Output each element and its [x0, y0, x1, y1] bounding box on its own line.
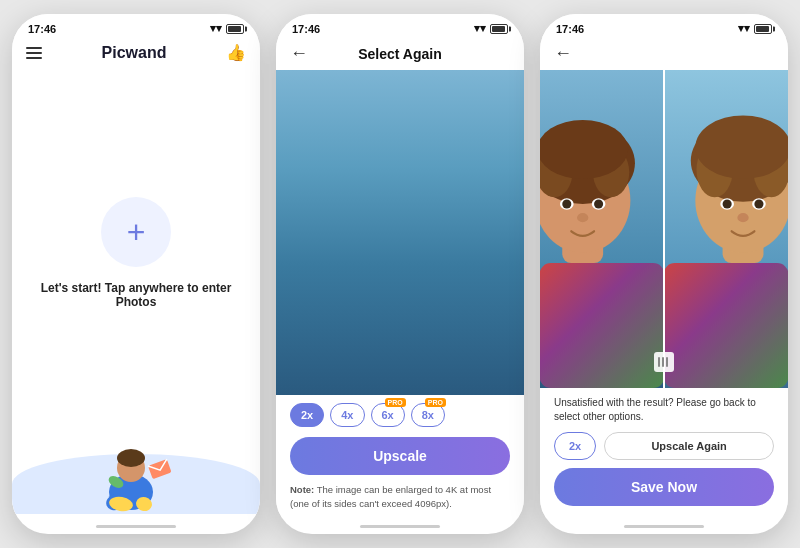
nav-bar-3: ←: [540, 39, 788, 70]
scale-2x[interactable]: 2x: [290, 403, 324, 427]
portrait-bg-2: [276, 70, 524, 395]
phone-screen-3: 17:46 ▾▾ ←: [540, 14, 788, 534]
thumb-icon: 👍: [226, 43, 246, 62]
comparison-view: [540, 70, 788, 388]
wifi-icon-3: ▾▾: [738, 22, 750, 35]
svg-rect-27: [540, 263, 664, 388]
svg-point-4: [117, 449, 145, 467]
handle-icon: [657, 355, 671, 369]
status-time-2: 17:46: [292, 23, 320, 35]
hamburger-menu[interactable]: [26, 47, 42, 59]
nav-title-2: Select Again: [358, 46, 442, 62]
wifi-icon-1: ▾▾: [210, 22, 222, 35]
scale-8x[interactable]: 8x PRO: [411, 403, 445, 427]
status-bar-3: 17:46 ▾▾: [540, 14, 788, 39]
comparison-right: [664, 70, 788, 388]
app-title: Picwand: [102, 44, 167, 62]
note-text: Note: The image can be enlarged to 4K at…: [276, 479, 524, 518]
svg-point-36: [594, 199, 603, 208]
note-prefix: Note:: [290, 484, 314, 495]
plus-icon: +: [127, 216, 146, 248]
portrait-2: [276, 70, 524, 395]
svg-point-51: [737, 213, 748, 222]
save-now-button[interactable]: Save Now: [554, 468, 774, 506]
screens-container: 17:46 ▾▾ Picwand 👍 + Let's start!: [0, 0, 800, 548]
status-icons-2: ▾▾: [474, 22, 508, 35]
scale-6x[interactable]: 6x PRO: [371, 403, 405, 427]
comparison-divider: [663, 70, 665, 388]
comparison-handle[interactable]: [654, 352, 674, 372]
screen1-header: Picwand 👍: [12, 39, 260, 68]
comparison-left: [540, 70, 664, 388]
svg-point-34: [562, 199, 571, 208]
status-time-1: 17:46: [28, 23, 56, 35]
phone-screen-1: 17:46 ▾▾ Picwand 👍 + Let's start!: [12, 14, 260, 534]
battery-icon-2: [490, 24, 508, 34]
svg-point-46: [695, 115, 788, 179]
screen2-content: ← Select Again: [276, 39, 524, 518]
status-icons-3: ▾▾: [738, 22, 772, 35]
status-time-3: 17:46: [556, 23, 584, 35]
battery-icon-1: [226, 24, 244, 34]
status-bar-1: 17:46 ▾▾: [12, 14, 260, 39]
row-actions: 2x Upscale Again: [554, 432, 774, 460]
portrait-right-svg: [664, 70, 788, 388]
add-photo-button[interactable]: +: [101, 197, 171, 267]
battery-icon-3: [754, 24, 772, 34]
home-indicator-1: [12, 518, 260, 534]
home-indicator-2: [276, 518, 524, 534]
svg-rect-41: [664, 263, 788, 388]
svg-point-32: [540, 120, 628, 179]
back-button-3[interactable]: ←: [554, 43, 578, 64]
svg-rect-53: [662, 357, 664, 367]
portrait-left-svg: [540, 70, 664, 388]
nav-bar-2: ← Select Again: [276, 39, 524, 70]
note-body: The image can be enlarged to 4K at most …: [290, 484, 491, 508]
upscale-again-button[interactable]: Upscale Again: [604, 432, 774, 460]
screen3-content: ←: [540, 39, 788, 518]
scale-options: 2x 4x 6x PRO 8x PRO: [276, 395, 524, 433]
svg-rect-52: [658, 357, 660, 367]
illustration: [12, 414, 260, 514]
wifi-icon-2: ▾▾: [474, 22, 486, 35]
svg-point-37: [577, 213, 588, 222]
character-illustration: [76, 424, 196, 514]
pro-badge-6x: PRO: [385, 398, 406, 407]
svg-point-48: [723, 199, 732, 208]
start-prompt: Let's start! Tap anywhere to enter Photo…: [12, 281, 260, 309]
pro-badge-8x: PRO: [425, 398, 446, 407]
photo-preview-2: [276, 70, 524, 395]
scale-4x[interactable]: 4x: [330, 403, 364, 427]
scale-2x-s3[interactable]: 2x: [554, 432, 596, 460]
svg-point-50: [754, 199, 763, 208]
back-button-2[interactable]: ←: [290, 43, 314, 64]
svg-rect-5: [148, 459, 172, 479]
screen3-bottom: Unsatisfied with the result? Please go b…: [540, 388, 788, 518]
status-bar-2: 17:46 ▾▾: [276, 14, 524, 39]
upscale-button[interactable]: Upscale: [290, 437, 510, 475]
phone-screen-2: 17:46 ▾▾ ← Select Again: [276, 14, 524, 534]
unsatisfied-text: Unsatisfied with the result? Please go b…: [554, 396, 774, 424]
home-indicator-3: [540, 518, 788, 534]
status-icons-1: ▾▾: [210, 22, 244, 35]
screen1-content: Picwand 👍 + Let's start! Tap anywhere to…: [12, 39, 260, 518]
svg-rect-54: [666, 357, 668, 367]
